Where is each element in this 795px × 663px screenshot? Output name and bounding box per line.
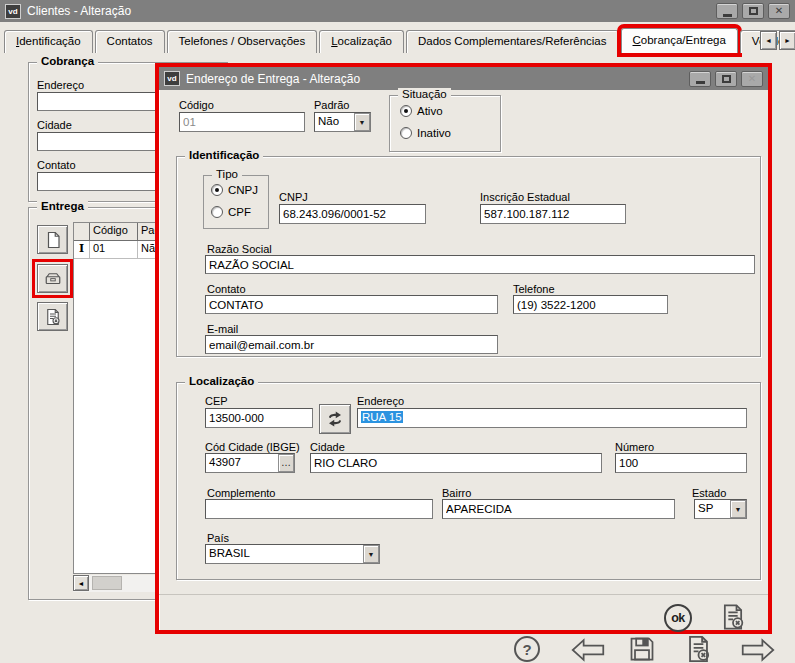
padrao-label: Padrão bbox=[314, 99, 349, 111]
dialog-maximize-button[interactable] bbox=[715, 71, 737, 87]
bairro-label: Bairro bbox=[442, 487, 471, 499]
app-logo-icon: vd bbox=[5, 4, 21, 19]
entrega-cell-codigo[interactable]: 01 bbox=[90, 241, 138, 259]
cobranca-endereco-label: Endereço bbox=[37, 79, 84, 91]
razao-social-input[interactable] bbox=[205, 255, 755, 274]
browse-ellipsis-icon[interactable]: … bbox=[278, 454, 294, 472]
radio-cpf[interactable]: CPF bbox=[211, 206, 251, 218]
minimize-button[interactable] bbox=[716, 3, 738, 19]
entrega-cell-cursor[interactable]: I bbox=[74, 241, 90, 259]
radio-ativo[interactable]: Ativo bbox=[400, 105, 443, 117]
dropdown-arrow-icon[interactable]: ▼ bbox=[730, 500, 746, 518]
complemento-input[interactable] bbox=[205, 499, 433, 519]
radio-cnpj-circle[interactable] bbox=[211, 184, 223, 196]
dialog-close-button[interactable]: ✕ bbox=[741, 71, 763, 87]
inscricao-estadual-label: Inscrição Estadual bbox=[480, 191, 570, 203]
radio-cnpj-label: CNPJ bbox=[228, 184, 258, 196]
email-label: E-mail bbox=[207, 323, 238, 335]
entrega-open-button[interactable] bbox=[37, 264, 68, 293]
scroll-thumb[interactable] bbox=[92, 576, 122, 590]
sync-arrows-icon bbox=[326, 410, 344, 428]
radio-inativo-label: Inativo bbox=[417, 127, 451, 139]
inscricao-estadual-input[interactable] bbox=[480, 204, 626, 224]
endereco-entrega-dialog: vd Endereço de Entrega - Alteração ✕ Cód… bbox=[155, 63, 772, 634]
dialog-footer-divider bbox=[159, 594, 768, 595]
pais-value: BRASIL bbox=[206, 545, 250, 563]
estado-select[interactable]: SP ▼ bbox=[694, 499, 747, 519]
radio-cnpj[interactable]: CNPJ bbox=[211, 184, 258, 196]
endereco-input[interactable]: RUA 15 bbox=[357, 408, 747, 428]
tab-scroll-buttons: ◄ ► bbox=[760, 31, 795, 50]
dialog-cancel-button[interactable] bbox=[719, 602, 747, 632]
endereco-label: Endereço bbox=[357, 395, 404, 407]
cep-input[interactable] bbox=[205, 408, 313, 428]
codigo-input bbox=[179, 112, 305, 132]
entrega-col-cursor[interactable] bbox=[74, 223, 90, 241]
tab-cobrança-entrega[interactable]: Cobrança/Entrega bbox=[621, 28, 738, 53]
close-icon: ✕ bbox=[775, 6, 783, 16]
arrow-left-icon bbox=[570, 638, 606, 662]
identificacao-group-title: Identificação bbox=[185, 149, 263, 161]
identificacao-group: Identificação Tipo CNPJ CPF CNPJ Inscriç… bbox=[176, 156, 761, 357]
bairro-input[interactable] bbox=[442, 499, 675, 519]
pais-label: País bbox=[207, 532, 229, 544]
cep-lookup-button[interactable] bbox=[319, 404, 351, 434]
tab-contatos[interactable]: Contatos bbox=[95, 30, 165, 53]
dropdown-arrow-icon[interactable]: ▼ bbox=[363, 545, 379, 563]
padrao-value: Não bbox=[315, 113, 339, 131]
save-button[interactable] bbox=[628, 635, 656, 663]
situacao-group-title: Situação bbox=[398, 88, 451, 100]
dialog-titlebar[interactable]: vd Endereço de Entrega - Alteração ✕ bbox=[159, 67, 768, 90]
main-bottom-toolbar: ? bbox=[0, 630, 795, 663]
cnpj-input[interactable] bbox=[279, 204, 426, 224]
entrega-col-Código[interactable]: Código bbox=[90, 223, 138, 241]
cancel-record-button[interactable] bbox=[684, 634, 713, 663]
tab-bar: IdentificaçãoContatosTelefones / Observa… bbox=[4, 28, 795, 53]
delete-document-icon bbox=[44, 308, 62, 326]
dropdown-arrow-icon[interactable]: ▼ bbox=[354, 113, 370, 131]
tab-localização[interactable]: Localização bbox=[319, 30, 404, 53]
situacao-group: Situação Ativo Inativo bbox=[389, 95, 501, 152]
help-button[interactable]: ? bbox=[514, 636, 540, 662]
cidade-input[interactable] bbox=[310, 453, 602, 473]
entrega-new-button[interactable] bbox=[37, 225, 68, 254]
email-input[interactable] bbox=[205, 335, 498, 354]
tab-prev-icon: ◄ bbox=[765, 37, 772, 44]
next-button[interactable] bbox=[740, 638, 776, 662]
tab-scroll-right-button[interactable]: ► bbox=[779, 31, 795, 50]
radio-cpf-label: CPF bbox=[228, 206, 251, 218]
tipo-group: Tipo CNPJ CPF bbox=[203, 175, 269, 229]
maximize-icon bbox=[749, 7, 758, 15]
telefone-input[interactable] bbox=[513, 295, 668, 314]
maximize-button[interactable] bbox=[742, 3, 764, 19]
telefone-label: Telefone bbox=[513, 283, 555, 295]
ok-icon: ok bbox=[671, 611, 685, 625]
numero-input[interactable] bbox=[615, 453, 747, 473]
contato-input[interactable] bbox=[205, 295, 498, 314]
tab-identificação[interactable]: Identificação bbox=[4, 30, 93, 53]
radio-ativo-circle[interactable] bbox=[400, 105, 412, 117]
estado-label: Estado bbox=[692, 487, 726, 499]
close-button[interactable]: ✕ bbox=[768, 3, 790, 19]
radio-cpf-circle[interactable] bbox=[211, 206, 223, 218]
delete-document-icon bbox=[719, 602, 747, 632]
main-titlebar[interactable]: vd Clientes - Alteração ✕ bbox=[0, 0, 795, 22]
close-icon: ✕ bbox=[748, 74, 756, 84]
scroll-left-button[interactable]: ◄ bbox=[73, 575, 89, 591]
tab-scroll-left-button[interactable]: ◄ bbox=[760, 31, 777, 50]
dialog-minimize-button[interactable] bbox=[689, 71, 711, 87]
previous-button[interactable] bbox=[570, 638, 606, 662]
complemento-label: Complemento bbox=[207, 487, 275, 499]
localizacao-group: Localização CEP Endereço RUA 15 Cód Cida… bbox=[176, 382, 761, 580]
cod-cidade-value: 43907 bbox=[206, 454, 241, 472]
radio-inativo-circle[interactable] bbox=[400, 127, 412, 139]
pais-select[interactable]: BRASIL ▼ bbox=[205, 544, 380, 564]
cod-cidade-input[interactable]: 43907 … bbox=[205, 453, 295, 473]
tab-telefones-observações[interactable]: Telefones / Observações bbox=[167, 30, 318, 53]
entrega-delete-button[interactable] bbox=[37, 302, 68, 331]
padrao-select[interactable]: Não ▼ bbox=[314, 112, 371, 132]
tab-dados-complementares-referências[interactable]: Dados Complementares/Referências bbox=[406, 30, 619, 53]
radio-inativo[interactable]: Inativo bbox=[400, 127, 451, 139]
ok-button[interactable]: ok bbox=[664, 604, 692, 632]
app-logo-icon: vd bbox=[164, 71, 180, 86]
